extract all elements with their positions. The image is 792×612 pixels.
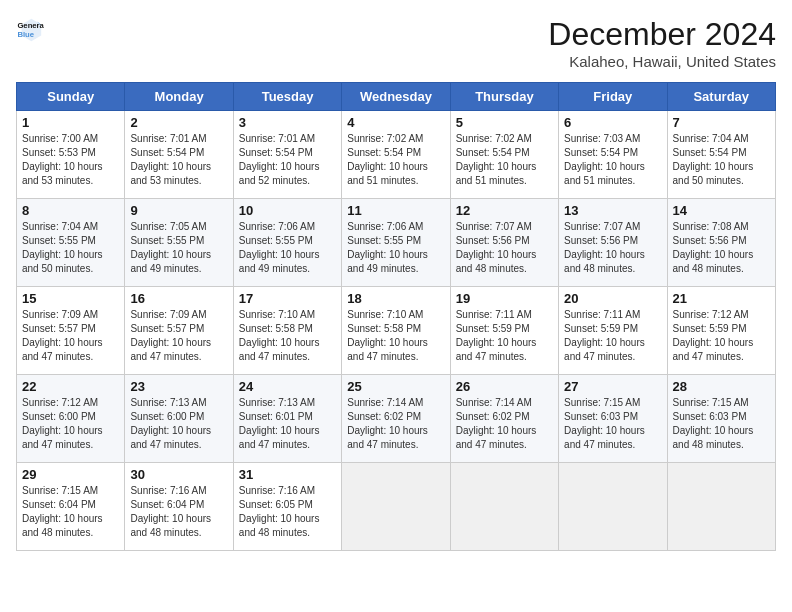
day-number: 19 (456, 291, 553, 306)
day-number: 26 (456, 379, 553, 394)
svg-text:General: General (17, 21, 44, 30)
calendar-cell: 29Sunrise: 7:15 AMSunset: 6:04 PMDayligh… (17, 463, 125, 551)
calendar-week-row: 15Sunrise: 7:09 AMSunset: 5:57 PMDayligh… (17, 287, 776, 375)
calendar-cell: 19Sunrise: 7:11 AMSunset: 5:59 PMDayligh… (450, 287, 558, 375)
page-header: General Blue General Blue December 2024 … (16, 16, 776, 70)
calendar-cell: 13Sunrise: 7:07 AMSunset: 5:56 PMDayligh… (559, 199, 667, 287)
calendar-cell: 1Sunrise: 7:00 AMSunset: 5:53 PMDaylight… (17, 111, 125, 199)
day-number: 12 (456, 203, 553, 218)
day-info: Sunrise: 7:15 AMSunset: 6:03 PMDaylight:… (564, 396, 661, 452)
day-info: Sunrise: 7:09 AMSunset: 5:57 PMDaylight:… (130, 308, 227, 364)
day-number: 20 (564, 291, 661, 306)
day-info: Sunrise: 7:02 AMSunset: 5:54 PMDaylight:… (456, 132, 553, 188)
day-number: 7 (673, 115, 770, 130)
calendar-cell: 2Sunrise: 7:01 AMSunset: 5:54 PMDaylight… (125, 111, 233, 199)
calendar-cell: 20Sunrise: 7:11 AMSunset: 5:59 PMDayligh… (559, 287, 667, 375)
calendar-cell: 25Sunrise: 7:14 AMSunset: 6:02 PMDayligh… (342, 375, 450, 463)
day-header-row: Sunday Monday Tuesday Wednesday Thursday… (17, 83, 776, 111)
day-info: Sunrise: 7:08 AMSunset: 5:56 PMDaylight:… (673, 220, 770, 276)
header-monday: Monday (125, 83, 233, 111)
calendar-cell: 3Sunrise: 7:01 AMSunset: 5:54 PMDaylight… (233, 111, 341, 199)
day-info: Sunrise: 7:11 AMSunset: 5:59 PMDaylight:… (564, 308, 661, 364)
day-number: 24 (239, 379, 336, 394)
title-block: December 2024 Kalaheo, Hawaii, United St… (548, 16, 776, 70)
day-info: Sunrise: 7:01 AMSunset: 5:54 PMDaylight:… (239, 132, 336, 188)
day-number: 22 (22, 379, 119, 394)
logo-icon: General Blue (16, 16, 44, 44)
calendar-cell: 24Sunrise: 7:13 AMSunset: 6:01 PMDayligh… (233, 375, 341, 463)
header-wednesday: Wednesday (342, 83, 450, 111)
calendar-cell: 23Sunrise: 7:13 AMSunset: 6:00 PMDayligh… (125, 375, 233, 463)
day-info: Sunrise: 7:10 AMSunset: 5:58 PMDaylight:… (239, 308, 336, 364)
calendar-cell: 9Sunrise: 7:05 AMSunset: 5:55 PMDaylight… (125, 199, 233, 287)
day-number: 3 (239, 115, 336, 130)
calendar-title: December 2024 (548, 16, 776, 53)
header-saturday: Saturday (667, 83, 775, 111)
day-number: 2 (130, 115, 227, 130)
day-info: Sunrise: 7:16 AMSunset: 6:05 PMDaylight:… (239, 484, 336, 540)
day-number: 5 (456, 115, 553, 130)
calendar-cell (342, 463, 450, 551)
header-thursday: Thursday (450, 83, 558, 111)
day-number: 13 (564, 203, 661, 218)
svg-text:Blue: Blue (17, 30, 34, 39)
calendar-cell: 27Sunrise: 7:15 AMSunset: 6:03 PMDayligh… (559, 375, 667, 463)
day-info: Sunrise: 7:04 AMSunset: 5:54 PMDaylight:… (673, 132, 770, 188)
day-number: 30 (130, 467, 227, 482)
day-info: Sunrise: 7:15 AMSunset: 6:03 PMDaylight:… (673, 396, 770, 452)
day-info: Sunrise: 7:12 AMSunset: 6:00 PMDaylight:… (22, 396, 119, 452)
day-info: Sunrise: 7:16 AMSunset: 6:04 PMDaylight:… (130, 484, 227, 540)
calendar-cell: 21Sunrise: 7:12 AMSunset: 5:59 PMDayligh… (667, 287, 775, 375)
day-info: Sunrise: 7:15 AMSunset: 6:04 PMDaylight:… (22, 484, 119, 540)
day-info: Sunrise: 7:07 AMSunset: 5:56 PMDaylight:… (564, 220, 661, 276)
calendar-cell: 18Sunrise: 7:10 AMSunset: 5:58 PMDayligh… (342, 287, 450, 375)
calendar-cell: 10Sunrise: 7:06 AMSunset: 5:55 PMDayligh… (233, 199, 341, 287)
day-number: 17 (239, 291, 336, 306)
day-number: 10 (239, 203, 336, 218)
day-info: Sunrise: 7:00 AMSunset: 5:53 PMDaylight:… (22, 132, 119, 188)
day-info: Sunrise: 7:14 AMSunset: 6:02 PMDaylight:… (456, 396, 553, 452)
header-friday: Friday (559, 83, 667, 111)
calendar-cell: 11Sunrise: 7:06 AMSunset: 5:55 PMDayligh… (342, 199, 450, 287)
day-info: Sunrise: 7:13 AMSunset: 6:00 PMDaylight:… (130, 396, 227, 452)
day-number: 25 (347, 379, 444, 394)
calendar-cell: 14Sunrise: 7:08 AMSunset: 5:56 PMDayligh… (667, 199, 775, 287)
calendar-cell (667, 463, 775, 551)
calendar-week-row: 29Sunrise: 7:15 AMSunset: 6:04 PMDayligh… (17, 463, 776, 551)
day-info: Sunrise: 7:01 AMSunset: 5:54 PMDaylight:… (130, 132, 227, 188)
day-number: 29 (22, 467, 119, 482)
day-info: Sunrise: 7:04 AMSunset: 5:55 PMDaylight:… (22, 220, 119, 276)
day-info: Sunrise: 7:12 AMSunset: 5:59 PMDaylight:… (673, 308, 770, 364)
calendar-cell (559, 463, 667, 551)
calendar-cell: 28Sunrise: 7:15 AMSunset: 6:03 PMDayligh… (667, 375, 775, 463)
calendar-cell: 7Sunrise: 7:04 AMSunset: 5:54 PMDaylight… (667, 111, 775, 199)
day-info: Sunrise: 7:14 AMSunset: 6:02 PMDaylight:… (347, 396, 444, 452)
day-info: Sunrise: 7:07 AMSunset: 5:56 PMDaylight:… (456, 220, 553, 276)
day-number: 14 (673, 203, 770, 218)
calendar-table: Sunday Monday Tuesday Wednesday Thursday… (16, 82, 776, 551)
day-number: 31 (239, 467, 336, 482)
calendar-cell: 15Sunrise: 7:09 AMSunset: 5:57 PMDayligh… (17, 287, 125, 375)
day-info: Sunrise: 7:09 AMSunset: 5:57 PMDaylight:… (22, 308, 119, 364)
day-info: Sunrise: 7:03 AMSunset: 5:54 PMDaylight:… (564, 132, 661, 188)
header-tuesday: Tuesday (233, 83, 341, 111)
calendar-cell: 31Sunrise: 7:16 AMSunset: 6:05 PMDayligh… (233, 463, 341, 551)
day-number: 15 (22, 291, 119, 306)
calendar-cell: 30Sunrise: 7:16 AMSunset: 6:04 PMDayligh… (125, 463, 233, 551)
calendar-cell: 12Sunrise: 7:07 AMSunset: 5:56 PMDayligh… (450, 199, 558, 287)
day-number: 21 (673, 291, 770, 306)
calendar-cell (450, 463, 558, 551)
calendar-cell: 22Sunrise: 7:12 AMSunset: 6:00 PMDayligh… (17, 375, 125, 463)
day-number: 27 (564, 379, 661, 394)
calendar-cell: 5Sunrise: 7:02 AMSunset: 5:54 PMDaylight… (450, 111, 558, 199)
calendar-cell: 4Sunrise: 7:02 AMSunset: 5:54 PMDaylight… (342, 111, 450, 199)
day-number: 18 (347, 291, 444, 306)
day-info: Sunrise: 7:13 AMSunset: 6:01 PMDaylight:… (239, 396, 336, 452)
day-number: 11 (347, 203, 444, 218)
calendar-cell: 8Sunrise: 7:04 AMSunset: 5:55 PMDaylight… (17, 199, 125, 287)
day-info: Sunrise: 7:06 AMSunset: 5:55 PMDaylight:… (239, 220, 336, 276)
day-number: 16 (130, 291, 227, 306)
day-number: 28 (673, 379, 770, 394)
calendar-week-row: 8Sunrise: 7:04 AMSunset: 5:55 PMDaylight… (17, 199, 776, 287)
calendar-cell: 6Sunrise: 7:03 AMSunset: 5:54 PMDaylight… (559, 111, 667, 199)
